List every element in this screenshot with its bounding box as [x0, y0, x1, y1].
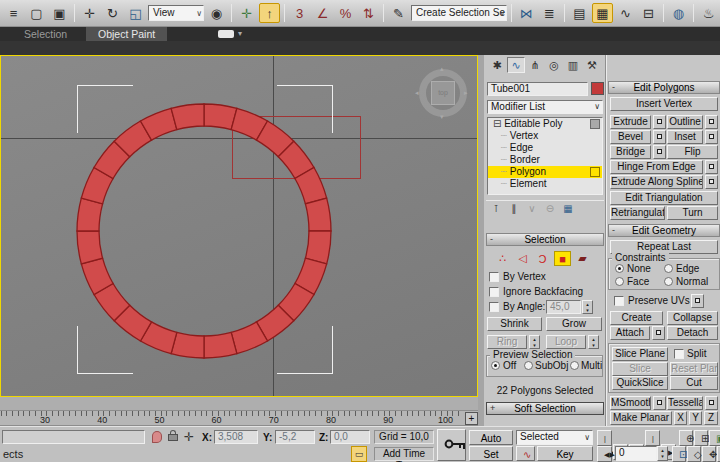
selection-lock-icon[interactable]: [168, 430, 179, 442]
tessellate-settings-icon[interactable]: [705, 396, 718, 410]
configure-modifier-sets-icon[interactable]: ▦: [560, 201, 576, 215]
tab-display[interactable]: ▥: [564, 57, 582, 73]
tab-create[interactable]: ✱: [488, 57, 506, 73]
element-subobject-icon[interactable]: ▰: [574, 251, 591, 266]
edge-subobject-icon[interactable]: ◁: [514, 251, 531, 266]
selection-set-dropdown[interactable]: Selected ∨: [516, 430, 593, 445]
mini-listener-field[interactable]: [2, 430, 145, 444]
preserve-uvs-settings-icon[interactable]: [691, 294, 704, 308]
mirror-icon[interactable]: ⋈: [516, 3, 537, 23]
ring-button[interactable]: Ring: [487, 335, 527, 349]
by-angle-field[interactable]: 45,0: [546, 300, 581, 314]
detach-button[interactable]: Detach: [667, 326, 718, 340]
graphite-modeling-tools-icon[interactable]: ▦: [592, 3, 613, 23]
make-unique-icon[interactable]: ∨: [524, 201, 540, 215]
tab-motion[interactable]: ◎: [545, 57, 563, 73]
keyboard-shortcut-override-icon[interactable]: ↑: [259, 3, 280, 23]
extrude-along-spline-button[interactable]: Extrude Along Spline: [610, 175, 703, 189]
tube-polygon-selection[interactable]: [1, 56, 477, 396]
preview-off-radio[interactable]: [491, 361, 500, 370]
stack-row-edge[interactable]: ┈ Edge: [488, 142, 602, 154]
next-frame-button[interactable]: |▶: [645, 430, 660, 446]
render-setup-icon[interactable]: ♨: [698, 3, 719, 23]
extrude-button[interactable]: Extrude: [610, 115, 651, 129]
split-checkbox[interactable]: [674, 349, 684, 359]
key-mode-toggle[interactable]: ◀▶: [597, 446, 612, 462]
outline-settings-icon[interactable]: [705, 115, 718, 129]
object-color-swatch[interactable]: [591, 82, 604, 95]
make-planar-button[interactable]: Make Planar: [610, 411, 672, 425]
modifier-list-dropdown[interactable]: Modifier List ∨: [487, 100, 603, 114]
top-viewport[interactable]: top ▴ ▾ ◂ ▸: [0, 55, 478, 397]
stack-row-element[interactable]: ┈ Element: [488, 178, 602, 190]
by-angle-spinner[interactable]: ▴▾: [582, 300, 593, 314]
stack-row-vertex[interactable]: ┈ Vertex: [488, 130, 602, 142]
make-planar-z-button[interactable]: Z: [704, 411, 718, 425]
border-subobject-icon[interactable]: Ɔ: [534, 251, 551, 266]
align-icon[interactable]: ≣: [539, 3, 560, 23]
constraint-face-radio[interactable]: [615, 277, 624, 286]
track-bar[interactable]: + 30405060708090100: [0, 411, 478, 426]
cut-button[interactable]: Cut: [670, 376, 718, 390]
time-slider-track[interactable]: [0, 397, 478, 411]
bevel-button[interactable]: Bevel: [610, 130, 651, 144]
make-planar-x-button[interactable]: X: [674, 411, 687, 425]
tessellate-button[interactable]: Tessellate: [667, 396, 703, 410]
preview-multi-radio[interactable]: [570, 361, 579, 370]
field-of-view-icon[interactable]: ◇: [687, 446, 701, 462]
select-and-rotate-icon[interactable]: ↻: [102, 3, 123, 23]
tube-polygon-segment[interactable]: [77, 231, 103, 264]
default-in-out-tangents-icon[interactable]: ∿: [516, 446, 535, 461]
viewcube-arrow-up-icon[interactable]: ▴: [440, 65, 444, 73]
bridge-button[interactable]: Bridge: [610, 145, 651, 159]
named-selection-set-dropdown[interactable]: Create Selection Se∨: [411, 5, 507, 21]
select-and-manipulate-icon[interactable]: ✛: [236, 3, 257, 23]
window-crossing-icon[interactable]: ▣: [49, 3, 70, 23]
stack-row-editable-poly[interactable]: ⊟ Editable Poly: [488, 118, 602, 130]
edit-polygons-rollout-header[interactable]: - Edit Polygons: [608, 81, 720, 94]
edit-named-selection-sets-icon[interactable]: ✎: [388, 3, 409, 23]
constraint-normal-radio[interactable]: [664, 277, 673, 286]
layer-manager-icon[interactable]: ▤: [569, 3, 590, 23]
stack-row-border[interactable]: ┈ Border: [488, 154, 602, 166]
tab-object-paint[interactable]: Object Paint: [86, 27, 167, 41]
auto-key-button[interactable]: Auto Key: [469, 430, 513, 445]
vertex-subobject-icon[interactable]: ∴: [494, 251, 511, 266]
zoom-region-icon[interactable]: ⊡: [672, 446, 686, 462]
edit-geometry-rollout-header[interactable]: - Edit Geometry: [608, 224, 720, 237]
extrude-settings-icon[interactable]: [653, 115, 666, 129]
use-pivot-point-center-icon[interactable]: ◉: [206, 3, 227, 23]
shrink-button[interactable]: Shrink: [487, 317, 542, 331]
tab-hierarchy[interactable]: ⋔: [526, 57, 544, 73]
turn-button[interactable]: Turn: [667, 206, 718, 220]
time-tag-window-icon[interactable]: ▭: [351, 446, 367, 462]
current-frame-field[interactable]: 0: [615, 446, 657, 461]
extrude-along-spline-settings-icon[interactable]: [705, 175, 718, 189]
selection-rollout-header[interactable]: - Selection: [486, 233, 604, 246]
bevel-settings-icon[interactable]: [653, 130, 666, 144]
loop-button[interactable]: Loop: [546, 335, 586, 349]
soft-selection-rollout-header[interactable]: + Soft Selection: [486, 402, 604, 415]
snap-toggle-3d-icon[interactable]: 3: [289, 3, 310, 23]
quickslice-button[interactable]: QuickSlice: [612, 376, 668, 390]
ignore-backfacing-checkbox[interactable]: [489, 287, 499, 297]
viewcube[interactable]: top ▴ ▾ ◂ ▸: [417, 67, 469, 119]
select-and-move-icon[interactable]: ✛: [79, 3, 100, 23]
rectangular-selection-region-icon[interactable]: ▢: [26, 3, 47, 23]
inset-settings-icon[interactable]: [705, 130, 718, 144]
curve-editor-icon[interactable]: ∿: [615, 3, 636, 23]
material-editor-icon[interactable]: ◍: [668, 3, 689, 23]
schematic-view-icon[interactable]: ⊟: [638, 3, 659, 23]
slice-button[interactable]: Slice: [612, 362, 668, 376]
viewcube-top-face[interactable]: top: [431, 81, 455, 105]
tab-selection[interactable]: Selection: [12, 27, 79, 41]
object-name-field[interactable]: Tube001: [487, 82, 588, 96]
stack-row-polygon[interactable]: ┈ Polygon: [488, 166, 602, 178]
zoom-all-icon[interactable]: ⊞: [694, 430, 708, 446]
reference-coordinate-system-dropdown[interactable]: View∨: [148, 5, 204, 21]
ribbon-config-caret-icon[interactable]: ▾: [238, 29, 242, 38]
loop-spinner[interactable]: ▴▾: [588, 335, 599, 349]
constraint-edge-radio[interactable]: [664, 264, 673, 273]
remove-modifier-icon[interactable]: ⊖: [542, 201, 558, 215]
ribbon-config-icon[interactable]: [218, 30, 234, 38]
